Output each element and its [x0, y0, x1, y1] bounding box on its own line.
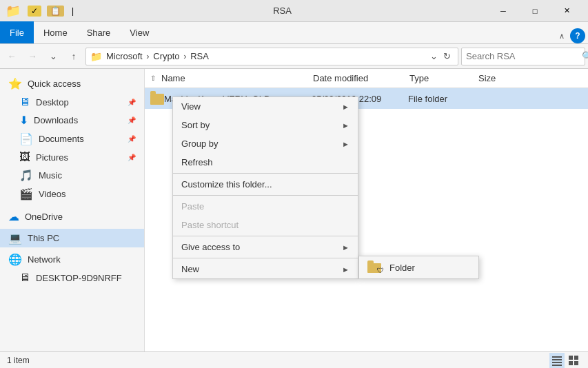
- ctx-label-refresh: Refresh: [181, 157, 213, 167]
- folder-icon: [150, 94, 164, 105]
- submenu-item-folder[interactable]: 🛡 Folder: [359, 256, 478, 278]
- sidebar-item-pictures[interactable]: 🖼 Pictures 📌: [0, 148, 144, 166]
- file-type: File folder: [408, 94, 477, 104]
- tab-share[interactable]: Share: [77, 21, 121, 43]
- ctx-item-refresh[interactable]: Refresh: [173, 153, 358, 172]
- shield-icon: 🛡: [377, 267, 384, 274]
- sidebar-label: This PC: [28, 233, 136, 243]
- onedrive-icon: ☁: [8, 210, 19, 223]
- sidebar-item-downloads[interactable]: ⬇ Downloads 📌: [0, 111, 144, 130]
- ctx-label-give-access: Give access to: [181, 242, 240, 252]
- pin-icon: 📌: [128, 99, 136, 106]
- network-icon: 🌐: [8, 253, 22, 266]
- path-crypto: Crypto: [153, 51, 179, 61]
- ctx-item-customize[interactable]: Customize this folder...: [173, 175, 358, 194]
- sidebar-item-this-pc[interactable]: 💻 This PC: [0, 229, 144, 247]
- path-text: Microsoft › Crypto › RSA: [106, 51, 427, 61]
- address-path[interactable]: 📁 Microsoft › Crypto › RSA ⌄ ↻: [85, 48, 458, 65]
- sidebar-label: Network: [28, 254, 136, 265]
- large-icons-view-button[interactable]: [566, 353, 581, 368]
- sidebar-item-quick-access[interactable]: ⭐ Quick access: [0, 74, 144, 93]
- address-bar: ← → ⌄ ↑ 📁 Microsoft › Crypto › RSA ⌄ ↻ 🔍: [0, 44, 588, 69]
- maximize-button[interactable]: □: [519, 0, 551, 22]
- details-view-button[interactable]: [549, 353, 565, 368]
- column-name[interactable]: Name: [161, 73, 313, 83]
- this-pc-section: 💻 This PC: [0, 229, 144, 247]
- sidebar-label: Pictures: [36, 152, 122, 163]
- large-icons-view-icon: [568, 355, 579, 366]
- ribbon-right: ∧ ?: [556, 28, 588, 43]
- back-button[interactable]: ←: [3, 48, 21, 65]
- sidebar-item-music[interactable]: 🎵 Music: [0, 166, 144, 185]
- tab-file[interactable]: File: [0, 21, 34, 43]
- videos-icon: 🎬: [19, 187, 33, 201]
- search-box: 🔍: [461, 48, 585, 65]
- svg-rect-2: [552, 362, 562, 363]
- svg-rect-5: [574, 356, 578, 360]
- ctx-item-group-by[interactable]: Group by ►: [173, 134, 358, 153]
- ctx-label-view: View: [181, 101, 201, 112]
- ctx-item-sort-by[interactable]: Sort by ►: [173, 116, 358, 134]
- ribbon-expand-icon[interactable]: ∧: [556, 29, 567, 43]
- ctx-arrow-access: ►: [342, 243, 349, 252]
- breadcrumb-sep-2: ›: [183, 51, 189, 61]
- forward-button[interactable]: →: [23, 48, 41, 65]
- sidebar-label: OneDrive: [25, 212, 136, 222]
- context-submenu: 🛡 Folder: [358, 256, 479, 279]
- svg-rect-6: [569, 361, 573, 365]
- path-folder-icon: 📁: [90, 51, 102, 62]
- folder-tab: [367, 260, 374, 264]
- svg-rect-7: [574, 361, 578, 365]
- help-button[interactable]: ?: [570, 28, 585, 43]
- sidebar-item-videos[interactable]: 🎬 Videos: [0, 185, 144, 203]
- address-dropdown-button[interactable]: ⌄: [427, 51, 440, 61]
- submenu-label-folder: Folder: [389, 263, 415, 273]
- sidebar: ⭐ Quick access 🖥 Desktop 📌 ⬇ Downloads 📌…: [0, 69, 145, 351]
- tab-home[interactable]: Home: [34, 21, 77, 43]
- up-button[interactable]: ↑: [65, 48, 83, 65]
- minimize-button[interactable]: ─: [487, 0, 519, 22]
- ctx-item-view[interactable]: View ►: [173, 97, 358, 116]
- properties-icon[interactable]: 📋: [47, 6, 64, 17]
- ctx-item-new[interactable]: New ► 🛡 Folder: [173, 260, 358, 278]
- ribbon-tabs: File Home Share View ∧ ?: [0, 22, 588, 44]
- ctx-arrow-view: ►: [342, 103, 349, 111]
- close-button[interactable]: ✕: [551, 0, 582, 22]
- sidebar-item-documents[interactable]: 📄 Documents 📌: [0, 130, 144, 148]
- refresh-button[interactable]: ↻: [440, 51, 454, 61]
- main-area: ⭐ Quick access 🖥 Desktop 📌 ⬇ Downloads 📌…: [0, 69, 588, 351]
- sidebar-item-network[interactable]: 🌐 Network: [0, 250, 144, 269]
- path-rsa: RSA: [190, 51, 209, 61]
- app-icon: 📁: [6, 3, 21, 19]
- column-type[interactable]: Type: [409, 73, 478, 83]
- status-bar: 1 item: [0, 351, 588, 368]
- search-input[interactable]: [466, 51, 582, 61]
- ctx-arrow-new: ►: [342, 265, 349, 274]
- sidebar-label: DESKTOP-9D9NRFF: [36, 273, 136, 283]
- ctx-item-give-access[interactable]: Give access to ►: [173, 238, 358, 256]
- ctx-label-paste-shortcut: Paste shortcut: [181, 220, 239, 230]
- column-date-modified[interactable]: Date modified: [313, 73, 409, 83]
- ctx-label-paste: Paste: [181, 201, 204, 212]
- ctx-label-sort-by: Sort by: [181, 120, 210, 130]
- sidebar-label: Quick access: [28, 79, 136, 89]
- sort-arrow-icon[interactable]: ⇧: [150, 74, 161, 82]
- context-menu: View ► Sort by ► Group by ► Refresh Cust…: [172, 96, 358, 279]
- pin-icon: 📌: [128, 135, 136, 143]
- column-size[interactable]: Size: [478, 73, 534, 83]
- onedrive-section: ☁ OneDrive: [0, 207, 144, 226]
- sidebar-item-onedrive[interactable]: ☁ OneDrive: [0, 207, 144, 226]
- folder-shield-icon: 🛡: [367, 260, 384, 274]
- ctx-separator-1: [173, 173, 358, 174]
- tab-view[interactable]: View: [120, 21, 159, 43]
- pin-icon: 📌: [128, 116, 136, 124]
- sidebar-item-desktop-computer[interactable]: 🖥 DESKTOP-9D9NRFF: [0, 269, 144, 287]
- pin-icon: 📌: [128, 154, 136, 161]
- sidebar-label: Music: [39, 170, 136, 181]
- search-icon[interactable]: 🔍: [582, 51, 588, 61]
- recent-locations-button[interactable]: ⌄: [44, 48, 62, 65]
- quick-access-icon[interactable]: ✓: [28, 6, 41, 17]
- sidebar-label: Videos: [39, 189, 136, 199]
- ctx-separator-4: [173, 258, 358, 258]
- sidebar-item-desktop[interactable]: 🖥 Desktop 📌: [0, 93, 144, 111]
